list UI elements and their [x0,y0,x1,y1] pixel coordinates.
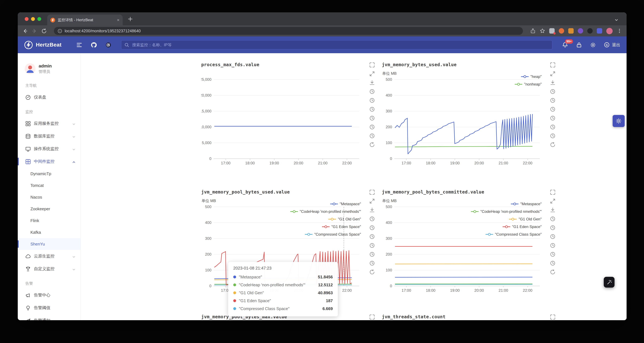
legend-item[interactable]: "CodeHeap 'non-profiled nmethods'" [290,208,361,215]
address-bar[interactable]: localhost:4200/monitors/195232371248640 [54,27,523,35]
search-input[interactable] [132,42,549,47]
time-range-12h-icon[interactable] [550,106,556,112]
sidebar-subitem-nacos[interactable]: Nacos [18,191,80,203]
minimize-window-button[interactable] [31,17,35,21]
legend-item[interactable]: "heap" [521,73,542,80]
legend-item[interactable]: "Compressed Class Space" [305,231,361,238]
time-range-7d-icon[interactable] [550,252,556,257]
time-range-1d-icon[interactable] [550,243,556,248]
extension-icon-3[interactable] [568,28,574,33]
sidebar-subitem-shenyu[interactable]: ShenYu [18,238,80,250]
time-range-1d-icon[interactable] [369,115,375,121]
sidebar-item-alarm-threshold[interactable]: 告警阈值 [18,302,80,314]
time-range-1h-icon[interactable] [369,89,375,94]
time-range-6h-icon[interactable] [550,97,556,103]
download-icon[interactable] [550,207,556,213]
time-range-1h-icon[interactable] [550,216,556,222]
extension-icon-6[interactable] [597,28,602,33]
time-range-12h-icon[interactable] [369,234,375,239]
time-range-7d-icon[interactable] [369,124,375,130]
extension-icon-4[interactable] [578,28,583,33]
sidebar-subitem-zookeeper[interactable]: Zookeeper [18,203,80,215]
sidebar-item-alarm-center[interactable]: 告警中心 [18,289,80,302]
sidebar-item-middleware[interactable]: 中间件监控 [18,155,80,168]
monitor-search-box[interactable] [121,40,552,49]
time-range-7d-icon[interactable] [550,124,556,130]
fullscreen-icon[interactable] [369,198,375,204]
tab-search-chevron-icon[interactable] [614,17,618,23]
sidebar-item-os[interactable]: 操作系统监控 [18,142,80,155]
extension-icon-2[interactable] [559,28,564,33]
github-icon[interactable] [91,42,97,48]
brand[interactable]: HertzBeat [24,40,62,49]
time-range-30d-icon[interactable] [369,260,375,266]
community-icon[interactable] [105,42,112,48]
notification-bell[interactable]: 99+ [562,42,568,48]
time-range-30d-icon[interactable] [369,133,375,139]
time-range-7d-icon[interactable] [369,252,375,257]
lock-icon[interactable] [576,42,582,48]
settings-drawer-button[interactable] [612,115,625,127]
time-range-1h-icon[interactable] [550,89,556,94]
legend-item[interactable]: "CodeHeap 'non-profiled nmethods'" [471,208,542,215]
time-range-6h-icon[interactable] [369,225,375,231]
snapshot-icon[interactable] [550,314,556,320]
sidebar-subitem-dynamictp[interactable]: DynamicTp [18,168,80,180]
browser-tab[interactable]: 监控详情 - HertzBeat × [47,14,123,25]
sidebar-item-app-service[interactable]: 应用服务监控 [18,117,80,130]
download-icon[interactable] [369,207,375,213]
zoom-window-button[interactable] [38,17,41,21]
chart-canvas-jvm-memory-bytes-used[interactable]: 010020030040050017:0018:0019:0020:0021:0… [382,77,547,169]
extension-icon-1[interactable] [549,28,555,33]
snapshot-icon[interactable] [550,189,556,195]
snapshot-icon[interactable] [369,189,375,195]
time-range-6h-icon[interactable] [369,97,375,103]
sidebar-subitem-kafka[interactable]: Kafka [18,226,80,238]
browser-menu-kebab-icon[interactable] [617,28,622,33]
close-window-button[interactable] [25,17,28,21]
refresh-icon[interactable] [369,142,375,148]
extension-icon-5[interactable] [587,28,593,33]
time-range-6h-icon[interactable] [550,225,556,231]
time-range-30d-icon[interactable] [550,133,556,139]
fullscreen-icon[interactable] [550,71,556,77]
legend-item[interactable]: "Metaspace" [511,200,542,208]
legend-item[interactable]: "G1 Old Gen" [328,215,361,223]
refresh-icon[interactable] [550,142,556,148]
sidebar-subitem-tomcat[interactable]: Tomcat [18,180,80,191]
settings-gear-icon[interactable] [590,42,596,48]
time-range-12h-icon[interactable] [550,234,556,239]
time-range-12h-icon[interactable] [369,106,375,112]
sidebar-item-dashboard[interactable]: 仪表盘 [18,91,80,104]
fullscreen-icon[interactable] [550,198,556,204]
chart-canvas-process-max-fds[interactable]: 05,00010,00015,00020,00025,00017:0018:00… [201,77,366,169]
legend-item[interactable]: "G1 Eden Space" [322,223,361,231]
share-icon[interactable] [530,28,536,33]
time-range-30d-icon[interactable] [550,260,556,266]
refresh-icon[interactable] [369,269,375,275]
tab-close-icon[interactable]: × [117,18,120,22]
profile-avatar[interactable] [606,28,612,34]
user-profile[interactable]: admin 管理员 [18,60,80,77]
sidebar-subitem-flink[interactable]: Flink [18,215,80,226]
legend-item[interactable]: "Compressed Class Space" [486,231,542,238]
time-range-1d-icon[interactable] [369,243,375,248]
refresh-icon[interactable] [550,269,556,275]
sidebar-item-alarm-notice[interactable]: 告警通知 [18,314,80,320]
download-icon[interactable] [369,80,375,85]
download-icon[interactable] [550,80,556,85]
reload-icon[interactable] [41,28,47,34]
bookmark-star-icon[interactable] [540,28,545,33]
snapshot-icon[interactable] [369,314,375,320]
menu-fold-icon[interactable] [76,42,82,48]
time-range-1h-icon[interactable] [369,216,375,222]
theme-wand-button[interactable] [604,277,614,288]
legend-item[interactable]: "Metaspace" [330,200,361,208]
legend-item[interactable]: "nonheap" [515,80,542,88]
sidebar-item-custom-monitor[interactable]: 自定义监控 [18,263,80,275]
forward-icon[interactable] [32,28,38,34]
sidebar-item-cloud-native[interactable]: 云原生监控 [18,250,80,263]
time-range-1d-icon[interactable] [550,115,556,121]
logout-button[interactable]: G 退出 [604,42,620,48]
fullscreen-icon[interactable] [369,71,375,77]
